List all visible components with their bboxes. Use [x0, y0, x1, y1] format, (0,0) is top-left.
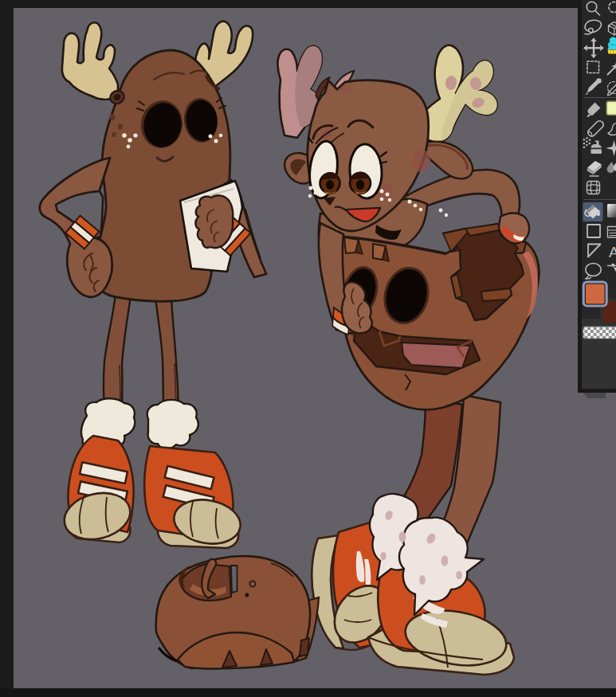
svg-text:A: A [609, 244, 616, 260]
